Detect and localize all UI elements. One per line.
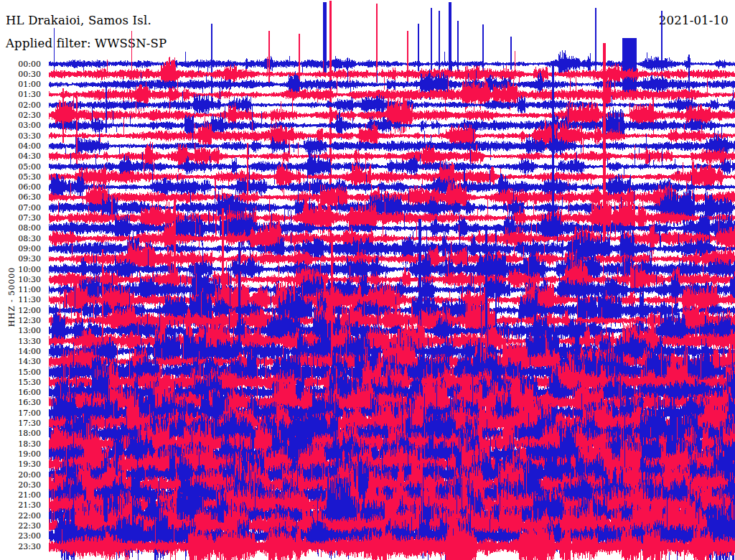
time-label: 23:30 bbox=[0, 543, 41, 551]
time-label: 19:00 bbox=[0, 450, 41, 458]
time-label: 08:00 bbox=[0, 224, 41, 232]
time-label: 06:30 bbox=[0, 193, 41, 201]
time-label: 11:00 bbox=[0, 286, 41, 294]
time-label: 06:00 bbox=[0, 183, 41, 191]
time-label: 10:30 bbox=[0, 276, 41, 284]
time-label: 03:30 bbox=[0, 132, 41, 140]
time-label: 02:30 bbox=[0, 111, 41, 119]
time-label: 15:00 bbox=[0, 368, 41, 376]
time-label: 19:30 bbox=[0, 460, 41, 468]
time-label: 17:30 bbox=[0, 419, 41, 427]
time-label: 09:30 bbox=[0, 255, 41, 263]
time-label: 14:30 bbox=[0, 358, 41, 365]
time-label: 21:30 bbox=[0, 501, 41, 509]
time-label: 17:00 bbox=[0, 409, 41, 417]
time-label: 13:30 bbox=[0, 337, 41, 345]
date-label: 2021-01-10 bbox=[659, 14, 729, 27]
time-label: 16:00 bbox=[0, 388, 41, 396]
time-label: 01:30 bbox=[0, 90, 41, 98]
time-label: 12:00 bbox=[0, 307, 41, 314]
time-label: 01:00 bbox=[0, 80, 41, 88]
time-label: 04:30 bbox=[0, 152, 41, 160]
time-label: 18:30 bbox=[0, 440, 41, 448]
time-label: 00:30 bbox=[0, 70, 41, 78]
time-label: 20:00 bbox=[0, 471, 41, 479]
time-label: 07:30 bbox=[0, 214, 41, 222]
time-label: 15:30 bbox=[0, 378, 41, 386]
time-label: 10:00 bbox=[0, 266, 41, 274]
time-label: 04:00 bbox=[0, 142, 41, 150]
time-label: 05:00 bbox=[0, 163, 41, 171]
time-axis: 00:0000:3001:0001:3002:0002:3003:0003:30… bbox=[0, 0, 41, 560]
time-label: 02:00 bbox=[0, 101, 41, 109]
time-label: 21:00 bbox=[0, 491, 41, 499]
seismogram-canvas bbox=[0, 0, 735, 560]
time-label: 09:00 bbox=[0, 245, 41, 253]
time-label: 07:00 bbox=[0, 204, 41, 212]
time-label: 20:30 bbox=[0, 481, 41, 489]
time-label: 11:30 bbox=[0, 296, 41, 304]
time-label: 22:00 bbox=[0, 512, 41, 520]
time-label: 08:30 bbox=[0, 235, 41, 243]
time-label: 16:30 bbox=[0, 398, 41, 406]
time-label: 12:30 bbox=[0, 317, 41, 325]
time-label: 13:00 bbox=[0, 327, 41, 335]
time-label: 18:00 bbox=[0, 429, 41, 437]
time-label: 00:00 bbox=[0, 60, 41, 68]
time-label: 22:30 bbox=[0, 522, 41, 530]
time-label: 05:30 bbox=[0, 173, 41, 181]
time-label: 14:00 bbox=[0, 347, 41, 355]
time-label: 03:00 bbox=[0, 121, 41, 129]
time-label: 23:00 bbox=[0, 532, 41, 540]
